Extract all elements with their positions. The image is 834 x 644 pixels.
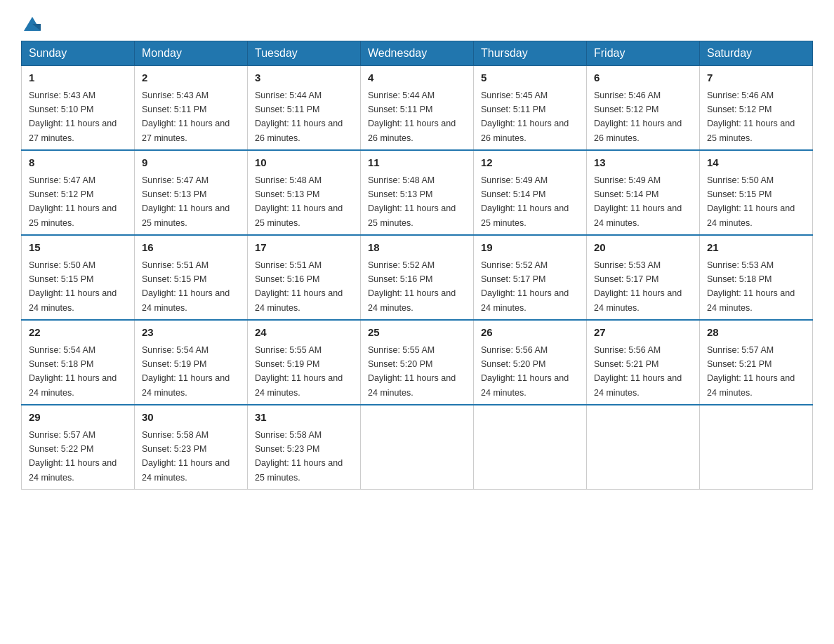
calendar-day-cell: 3 Sunrise: 5:44 AMSunset: 5:11 PMDayligh… — [248, 66, 361, 151]
calendar-day-cell: 19 Sunrise: 5:52 AMSunset: 5:17 PMDaylig… — [474, 235, 587, 320]
day-number: 22 — [29, 325, 127, 341]
calendar-table: SundayMondayTuesdayWednesdayThursdayFrid… — [21, 41, 813, 490]
day-number: 5 — [481, 70, 579, 86]
day-info: Sunrise: 5:55 AMSunset: 5:19 PMDaylight:… — [255, 345, 343, 398]
calendar-day-cell: 17 Sunrise: 5:51 AMSunset: 5:16 PMDaylig… — [248, 235, 361, 320]
calendar-week-row: 29 Sunrise: 5:57 AMSunset: 5:22 PMDaylig… — [22, 405, 813, 490]
calendar-day-cell: 28 Sunrise: 5:57 AMSunset: 5:21 PMDaylig… — [700, 320, 813, 405]
day-number: 30 — [142, 410, 240, 426]
calendar-day-cell: 10 Sunrise: 5:48 AMSunset: 5:13 PMDaylig… — [248, 150, 361, 235]
calendar-day-cell — [587, 405, 700, 490]
day-number: 13 — [594, 155, 692, 171]
calendar-day-cell: 29 Sunrise: 5:57 AMSunset: 5:22 PMDaylig… — [22, 405, 135, 490]
calendar-day-cell: 9 Sunrise: 5:47 AMSunset: 5:13 PMDayligh… — [135, 150, 248, 235]
day-info: Sunrise: 5:56 AMSunset: 5:21 PMDaylight:… — [594, 345, 682, 398]
day-number: 23 — [142, 325, 240, 341]
day-number: 28 — [707, 325, 805, 341]
calendar-day-cell: 30 Sunrise: 5:58 AMSunset: 5:23 PMDaylig… — [135, 405, 248, 490]
calendar-day-cell: 16 Sunrise: 5:51 AMSunset: 5:15 PMDaylig… — [135, 235, 248, 320]
day-number: 16 — [142, 240, 240, 256]
day-info: Sunrise: 5:43 AMSunset: 5:11 PMDaylight:… — [142, 90, 230, 143]
header-saturday: Saturday — [700, 41, 813, 66]
calendar-day-cell: 25 Sunrise: 5:55 AMSunset: 5:20 PMDaylig… — [361, 320, 474, 405]
calendar-week-row: 15 Sunrise: 5:50 AMSunset: 5:15 PMDaylig… — [22, 235, 813, 320]
day-info: Sunrise: 5:43 AMSunset: 5:10 PMDaylight:… — [29, 90, 117, 143]
calendar-day-cell: 14 Sunrise: 5:50 AMSunset: 5:15 PMDaylig… — [700, 150, 813, 235]
calendar-day-cell: 7 Sunrise: 5:46 AMSunset: 5:12 PMDayligh… — [700, 66, 813, 151]
calendar-day-cell — [474, 405, 587, 490]
calendar-day-cell: 20 Sunrise: 5:53 AMSunset: 5:17 PMDaylig… — [587, 235, 700, 320]
calendar-week-row: 8 Sunrise: 5:47 AMSunset: 5:12 PMDayligh… — [22, 150, 813, 235]
calendar-week-row: 1 Sunrise: 5:43 AMSunset: 5:10 PMDayligh… — [22, 66, 813, 151]
header-wednesday: Wednesday — [361, 41, 474, 66]
calendar-day-cell — [361, 405, 474, 490]
day-number: 19 — [481, 240, 579, 256]
weekday-header-row: SundayMondayTuesdayWednesdayThursdayFrid… — [22, 41, 813, 66]
day-number: 1 — [29, 70, 127, 86]
calendar-day-cell: 22 Sunrise: 5:54 AMSunset: 5:18 PMDaylig… — [22, 320, 135, 405]
day-info: Sunrise: 5:46 AMSunset: 5:12 PMDaylight:… — [594, 90, 682, 143]
calendar-day-cell: 11 Sunrise: 5:48 AMSunset: 5:13 PMDaylig… — [361, 150, 474, 235]
calendar-day-cell: 13 Sunrise: 5:49 AMSunset: 5:14 PMDaylig… — [587, 150, 700, 235]
calendar-day-cell: 6 Sunrise: 5:46 AMSunset: 5:12 PMDayligh… — [587, 66, 700, 151]
day-number: 15 — [29, 240, 127, 256]
header-thursday: Thursday — [474, 41, 587, 66]
day-number: 17 — [255, 240, 353, 256]
header-monday: Monday — [135, 41, 248, 66]
day-number: 8 — [29, 155, 127, 171]
day-number: 20 — [594, 240, 692, 256]
day-info: Sunrise: 5:52 AMSunset: 5:16 PMDaylight:… — [368, 260, 456, 313]
header-tuesday: Tuesday — [248, 41, 361, 66]
calendar-day-cell: 8 Sunrise: 5:47 AMSunset: 5:12 PMDayligh… — [22, 150, 135, 235]
day-info: Sunrise: 5:50 AMSunset: 5:15 PMDaylight:… — [707, 175, 795, 228]
day-number: 9 — [142, 155, 240, 171]
day-number: 18 — [368, 240, 466, 256]
calendar-day-cell: 26 Sunrise: 5:56 AMSunset: 5:20 PMDaylig… — [474, 320, 587, 405]
calendar-day-cell: 23 Sunrise: 5:54 AMSunset: 5:19 PMDaylig… — [135, 320, 248, 405]
day-info: Sunrise: 5:49 AMSunset: 5:14 PMDaylight:… — [481, 175, 569, 228]
calendar-day-cell: 1 Sunrise: 5:43 AMSunset: 5:10 PMDayligh… — [22, 66, 135, 151]
day-info: Sunrise: 5:57 AMSunset: 5:22 PMDaylight:… — [29, 430, 117, 483]
day-number: 25 — [368, 325, 466, 341]
day-info: Sunrise: 5:56 AMSunset: 5:20 PMDaylight:… — [481, 345, 569, 398]
day-number: 11 — [368, 155, 466, 171]
day-number: 27 — [594, 325, 692, 341]
day-number: 21 — [707, 240, 805, 256]
calendar-day-cell: 4 Sunrise: 5:44 AMSunset: 5:11 PMDayligh… — [361, 66, 474, 151]
calendar-day-cell: 5 Sunrise: 5:45 AMSunset: 5:11 PMDayligh… — [474, 66, 587, 151]
day-number: 7 — [707, 70, 805, 86]
header-sunday: Sunday — [22, 41, 135, 66]
day-info: Sunrise: 5:54 AMSunset: 5:19 PMDaylight:… — [142, 345, 230, 398]
day-number: 31 — [255, 410, 353, 426]
day-info: Sunrise: 5:47 AMSunset: 5:12 PMDaylight:… — [29, 175, 117, 228]
day-info: Sunrise: 5:58 AMSunset: 5:23 PMDaylight:… — [142, 430, 230, 483]
calendar-day-cell: 27 Sunrise: 5:56 AMSunset: 5:21 PMDaylig… — [587, 320, 700, 405]
day-info: Sunrise: 5:53 AMSunset: 5:18 PMDaylight:… — [707, 260, 795, 313]
calendar-week-row: 22 Sunrise: 5:54 AMSunset: 5:18 PMDaylig… — [22, 320, 813, 405]
day-info: Sunrise: 5:46 AMSunset: 5:12 PMDaylight:… — [707, 90, 795, 143]
day-info: Sunrise: 5:55 AMSunset: 5:20 PMDaylight:… — [368, 345, 456, 398]
day-info: Sunrise: 5:57 AMSunset: 5:21 PMDaylight:… — [707, 345, 795, 398]
calendar-day-cell: 24 Sunrise: 5:55 AMSunset: 5:19 PMDaylig… — [248, 320, 361, 405]
calendar-day-cell: 18 Sunrise: 5:52 AMSunset: 5:16 PMDaylig… — [361, 235, 474, 320]
day-info: Sunrise: 5:58 AMSunset: 5:23 PMDaylight:… — [255, 430, 343, 483]
day-info: Sunrise: 5:53 AMSunset: 5:17 PMDaylight:… — [594, 260, 682, 313]
day-info: Sunrise: 5:44 AMSunset: 5:11 PMDaylight:… — [368, 90, 456, 143]
day-info: Sunrise: 5:50 AMSunset: 5:15 PMDaylight:… — [29, 260, 117, 313]
day-info: Sunrise: 5:54 AMSunset: 5:18 PMDaylight:… — [29, 345, 117, 398]
day-number: 2 — [142, 70, 240, 86]
day-number: 3 — [255, 70, 353, 86]
day-info: Sunrise: 5:48 AMSunset: 5:13 PMDaylight:… — [255, 175, 343, 228]
day-number: 4 — [368, 70, 466, 86]
calendar-day-cell: 12 Sunrise: 5:49 AMSunset: 5:14 PMDaylig… — [474, 150, 587, 235]
calendar-day-cell: 21 Sunrise: 5:53 AMSunset: 5:18 PMDaylig… — [700, 235, 813, 320]
day-number: 29 — [29, 410, 127, 426]
logo-icon — [22, 14, 42, 34]
day-info: Sunrise: 5:49 AMSunset: 5:14 PMDaylight:… — [594, 175, 682, 228]
day-info: Sunrise: 5:47 AMSunset: 5:13 PMDaylight:… — [142, 175, 230, 228]
day-info: Sunrise: 5:48 AMSunset: 5:13 PMDaylight:… — [368, 175, 456, 228]
day-info: Sunrise: 5:52 AMSunset: 5:17 PMDaylight:… — [481, 260, 569, 313]
header-friday: Friday — [587, 41, 700, 66]
calendar-day-cell: 31 Sunrise: 5:58 AMSunset: 5:23 PMDaylig… — [248, 405, 361, 490]
day-number: 26 — [481, 325, 579, 341]
